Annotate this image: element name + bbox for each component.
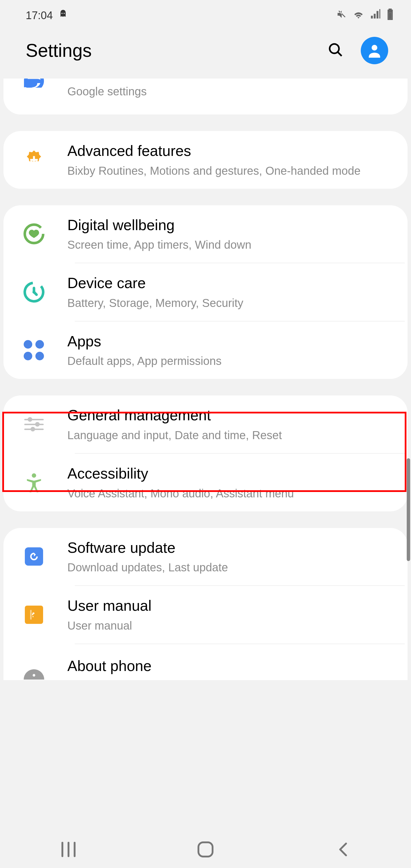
settings-card: Google settings [3,79,408,115]
settings-card: Digital wellbeing Screen time, App timer… [3,205,408,379]
page-title: Settings [26,40,92,61]
status-time: 17:04 [26,9,53,22]
wifi-icon [352,9,365,22]
info-icon [21,654,47,680]
settings-item-google[interactable]: Google settings [3,79,408,115]
settings-item-title: Advanced features [67,141,394,161]
settings-item-about-phone[interactable]: About phone [3,644,408,680]
gear-plus-icon [21,147,47,173]
svg-point-3 [372,45,377,51]
ghost-icon [59,9,68,22]
settings-item-sub: Bixby Routines, Motions and gestures, On… [67,163,394,179]
svg-point-9 [33,291,36,294]
settings-item-title: Digital wellbeing [67,216,394,235]
svg-rect-16 [198,842,213,857]
navigation-bar [0,831,411,868]
sliders-icon [21,411,47,437]
mute-icon [336,9,347,22]
settings-item-digital-wellbeing[interactable]: Digital wellbeing Screen time, App timer… [3,205,408,263]
settings-item-user-manual[interactable]: User manual User manual [3,586,408,644]
svg-line-2 [338,52,342,56]
settings-item-sub: Voice Assistant, Mono audio, Assistant m… [67,486,394,501]
back-button[interactable] [331,838,354,861]
settings-item-device-care[interactable]: Device care Battery, Storage, Memory, Se… [3,263,408,321]
settings-item-title: Apps [67,332,394,351]
status-bar: 17:04 [0,0,411,28]
svg-rect-11 [30,610,32,619]
apps-icon [21,338,47,363]
svg-point-10 [32,473,36,477]
search-icon[interactable] [328,42,344,59]
settings-item-title: Software update [67,538,394,558]
settings-item-sub: Google settings [67,84,394,99]
settings-card: Advanced features Bixby Routines, Motion… [3,131,408,189]
settings-item-title: User manual [67,596,394,616]
settings-item-sub: User manual [67,618,394,633]
settings-item-general-management[interactable]: General management Language and input, D… [3,396,408,453]
settings-item-title: About phone [67,656,394,676]
wellbeing-icon [21,221,47,247]
settings-item-sub: Language and input, Date and time, Reset [67,428,394,443]
settings-list: Google settings Advanced features Bixby … [0,79,411,680]
settings-item-advanced-features[interactable]: Advanced features Bixby Routines, Motion… [3,131,408,189]
settings-card: General management Language and input, D… [3,396,408,511]
settings-item-sub: Battery, Storage, Memory, Security [67,295,394,311]
settings-item-apps[interactable]: Apps Default apps, App permissions [3,321,408,379]
app-header: Settings [0,28,411,79]
svg-rect-0 [389,13,392,19]
settings-item-title: Accessibility [67,464,394,484]
scrollbar-thumb[interactable] [407,458,410,561]
settings-item-software-update[interactable]: Software update Download updates, Last u… [3,528,408,586]
signal-icon [370,9,381,22]
settings-item-sub: Screen time, App timers, Wind down [67,237,394,252]
home-button[interactable] [194,838,217,861]
profile-button[interactable] [361,37,388,64]
settings-item-sub: Download updates, Last update [67,560,394,575]
svg-rect-6 [30,159,38,161]
accessibility-icon [21,470,47,495]
svg-point-1 [330,44,339,53]
settings-item-title: Device care [67,274,394,293]
download-icon [21,544,47,569]
book-icon [21,602,47,628]
recents-button[interactable] [57,838,80,861]
battery-icon [386,8,394,23]
settings-item-title: General management [67,406,394,425]
settings-item-sub: Default apps, App permissions [67,353,394,369]
settings-item-accessibility[interactable]: Accessibility Voice Assistant, Mono audi… [3,454,408,512]
device-care-icon [21,279,47,305]
settings-card: Software update Download updates, Last u… [3,528,408,680]
google-icon [21,79,47,104]
svg-point-12 [33,674,35,676]
